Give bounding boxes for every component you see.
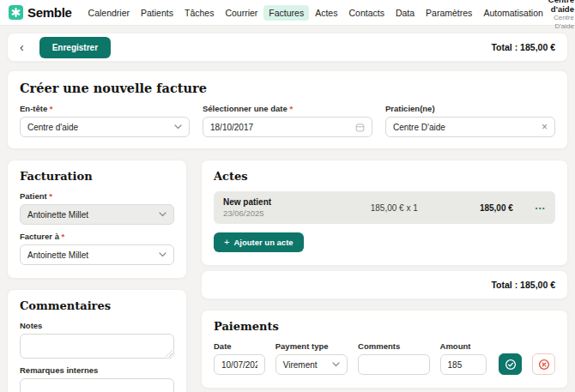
add-acte-button[interactable]: + Ajouter un acte <box>214 232 304 252</box>
nav-item-data[interactable]: Data <box>390 5 420 21</box>
invoice-toolbar: ‹ Enregistrer Total : 185,00 € <box>7 33 568 62</box>
paiements-title: Paiements <box>214 320 555 333</box>
acte-date: 23/06/2025 <box>223 208 371 218</box>
commentaires-card: Commentaires Notes Remarques internes <box>7 289 187 392</box>
field-date: Sélectionner une date * <box>203 104 372 137</box>
invoice-total: Total : 185,00 € <box>491 280 555 290</box>
payment-comments-label: Comments <box>358 341 429 351</box>
actes-title: Actes <box>214 170 555 183</box>
plus-icon: + <box>224 238 229 247</box>
praticien-input[interactable] <box>393 123 542 132</box>
field-entete: En-tête * Centre d'aide <box>20 104 190 137</box>
acte-amount: 185,00 € <box>480 203 513 213</box>
required-asterisk: * <box>289 104 293 113</box>
nav-item-actes[interactable]: Actes <box>310 5 342 21</box>
payment-date-input[interactable] <box>221 360 257 370</box>
remarques-textarea-wrapper <box>20 378 174 392</box>
calendar-icon[interactable] <box>355 123 365 132</box>
nav-item-contacts[interactable]: Contacts <box>343 5 389 21</box>
facturation-card: Facturation Patient * Antoinette Millet … <box>7 160 187 279</box>
acte-overflow-menu-icon[interactable]: ••• <box>536 205 546 211</box>
payment-row: Date Payment type Virement <box>214 341 555 375</box>
facturer-a-select-value: Antoinette Millet <box>27 250 88 260</box>
paiements-card: Paiements Date Payment type Virement <box>201 310 568 389</box>
payment-date-field: Date <box>214 341 265 375</box>
required-asterisk: * <box>50 104 53 113</box>
acte-unit-price: 185,00 € x 1 <box>371 203 480 213</box>
back-button[interactable]: ‹ <box>20 41 24 53</box>
page-title: Créer une nouvelle facture <box>20 81 555 95</box>
facturer-a-label: Facturer à * <box>20 232 174 241</box>
nav-item-automatisation[interactable]: Automatisation <box>478 5 548 21</box>
semble-logo-icon[interactable] <box>9 5 23 20</box>
required-asterisk: * <box>49 191 52 201</box>
payment-type-field: Payment type Virement <box>275 341 348 375</box>
payment-amount-label: Amount <box>440 341 487 351</box>
acte-name: New patient <box>223 197 371 207</box>
check-circle-icon <box>505 359 517 371</box>
top-navbar: Semble Calendrier Patients Tâches Courri… <box>0 0 575 26</box>
invoice-total-card: Total : 185,00 € <box>201 270 568 299</box>
save-button[interactable]: Enregistrer <box>39 37 111 58</box>
notes-textarea[interactable] <box>20 334 174 359</box>
confirm-payment-button[interactable] <box>499 353 522 375</box>
page-body: ‹ Enregistrer Total : 185,00 € Créer une… <box>0 26 575 392</box>
payment-amount-field: Amount <box>440 341 487 375</box>
nav-item-parametres[interactable]: Paramètres <box>421 5 477 21</box>
patient-select-value: Antoinette Millet <box>27 210 88 220</box>
acte-info: New patient 23/06/2025 <box>223 197 371 218</box>
payment-amount-wrapper <box>440 354 487 375</box>
patient-select[interactable]: Antoinette Millet <box>20 204 174 225</box>
payment-type-label: Payment type <box>275 341 348 351</box>
notes-label: Notes <box>20 321 174 330</box>
x-circle-icon <box>538 359 550 371</box>
payment-amount-input[interactable] <box>448 360 479 370</box>
nav-item-courrier[interactable]: Courrier <box>220 5 263 21</box>
praticien-input-wrapper: × <box>385 117 555 137</box>
commentaires-title: Commentaires <box>20 299 174 312</box>
payment-comments-input[interactable] <box>366 360 421 370</box>
payment-comments-wrapper <box>358 354 429 375</box>
remarques-textarea[interactable] <box>20 378 174 392</box>
date-label: Sélectionner une date * <box>203 104 372 113</box>
right-column: Actes New patient 23/06/2025 185,00 € x … <box>201 160 568 389</box>
chevron-down-icon <box>159 252 166 257</box>
entete-select-value: Centre d'aide <box>27 123 78 132</box>
facturation-title: Facturation <box>20 170 174 183</box>
chevron-down-icon <box>159 212 166 217</box>
left-column: Facturation Patient * Antoinette Millet … <box>7 160 187 392</box>
entete-label: En-tête * <box>20 104 190 113</box>
payment-type-value: Virement <box>283 360 318 370</box>
nav-item-calendrier[interactable]: Calendrier <box>83 5 135 21</box>
cancel-payment-button[interactable] <box>532 353 555 375</box>
clear-icon[interactable]: × <box>542 122 548 132</box>
account-name: Centre d'aide <box>548 0 574 14</box>
patient-label: Patient * <box>20 191 174 201</box>
chevron-down-icon <box>174 124 182 130</box>
account-subtitle: Centre D'aide <box>548 14 574 30</box>
account-menu[interactable]: Centre d'aide Centre D'aide <box>548 0 574 30</box>
payment-date-label: Date <box>214 341 265 351</box>
nav-menu: Calendrier Patients Tâches Courrier Fact… <box>83 5 548 21</box>
required-asterisk: * <box>62 232 65 241</box>
nav-item-patients[interactable]: Patients <box>136 5 179 21</box>
facturer-a-select[interactable]: Antoinette Millet <box>20 244 174 265</box>
asterisk-icon <box>11 8 21 17</box>
date-input[interactable] <box>210 123 350 132</box>
payment-comments-field: Comments <box>358 341 429 375</box>
field-praticien: Praticien(ne) × <box>385 104 555 137</box>
acte-row[interactable]: New patient 23/06/2025 185,00 € x 1 185,… <box>214 191 555 224</box>
nav-item-factures[interactable]: Factures <box>263 5 309 21</box>
toolbar-total: Total : 185,00 € <box>491 42 555 52</box>
header-fields-row: En-tête * Centre d'aide Sélectionner une… <box>20 104 555 137</box>
date-input-wrapper <box>203 117 372 137</box>
content-columns: Facturation Patient * Antoinette Millet … <box>7 160 568 392</box>
praticien-label: Praticien(ne) <box>385 104 555 113</box>
remarques-label: Remarques internes <box>20 365 174 375</box>
entete-select[interactable]: Centre d'aide <box>20 117 190 137</box>
nav-item-taches[interactable]: Tâches <box>179 5 219 21</box>
create-invoice-card: Créer une nouvelle facture En-tête * Cen… <box>7 70 568 149</box>
payment-type-select[interactable]: Virement <box>275 354 348 375</box>
brand-name: Semble <box>27 5 72 20</box>
notes-textarea-wrapper <box>20 334 174 359</box>
